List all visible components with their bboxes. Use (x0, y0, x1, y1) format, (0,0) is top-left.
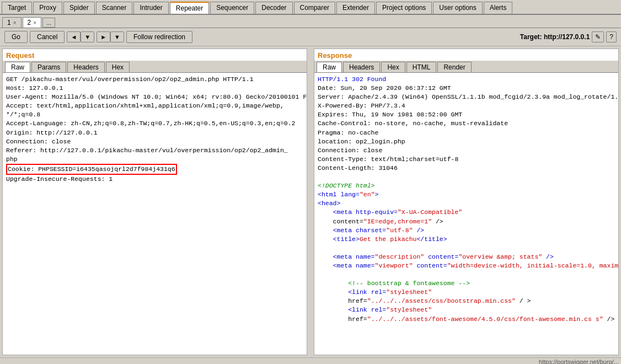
response-head-tag: <head> (318, 200, 340, 207)
response-meta4: <meta name="viewport" content="width=dev… (333, 262, 618, 269)
response-meta1: <meta http-equiv="X-UA-Compatible" (333, 208, 463, 216)
request-content-after: Upgrade-Insecure-Requests: 1 (6, 175, 113, 183)
sub-tab-2-label: 2 (28, 19, 31, 26)
request-title: Request (3, 49, 307, 61)
tab-repeater[interactable]: Repeater (170, 2, 209, 14)
main-content: Request Raw Params Headers Hex GET /pika… (0, 46, 621, 357)
sub-tab-1[interactable]: 1 × (2, 17, 22, 28)
response-text[interactable]: HTTP/1.1 302 Found Date: Sun, 20 Sep 202… (314, 73, 618, 355)
response-headers: Date: Sun, 20 Sep 2020 06:37:12 GMT Serv… (318, 84, 618, 172)
request-body[interactable]: GET /pikachu-master/vul/overpermission/o… (3, 73, 307, 355)
tab-project-options[interactable]: Project options (376, 2, 432, 14)
request-panel: Request Raw Params Headers Hex GET /pika… (2, 49, 307, 355)
response-html-tag: <html lang="en"> (318, 191, 378, 198)
sub-tab-1-label: 1 (7, 19, 11, 26)
tab-comparer[interactable]: Comparer (294, 2, 335, 14)
top-tab-bar: Target Proxy Spider Scanner Intruder Rep… (0, 0, 621, 15)
tab-proxy[interactable]: Proxy (33, 2, 62, 14)
back-button[interactable]: ◄ (67, 31, 81, 42)
response-tab-raw[interactable]: Raw (317, 62, 342, 72)
go-button[interactable]: Go (4, 31, 28, 43)
request-tab-raw[interactable]: Raw (5, 62, 30, 72)
request-content: GET /pikachu-master/vul/overpermission/o… (6, 76, 307, 163)
request-tab-params[interactable]: Params (31, 62, 66, 72)
response-panel: Response Raw Headers Hex HTML Render HTT… (314, 49, 619, 355)
follow-redirection-button[interactable]: Follow redirection (126, 31, 192, 43)
response-meta3: <meta name="description" content="overvi… (333, 253, 554, 260)
response-meta1-content: content="IE=edge,chrome=1" /> (333, 218, 443, 225)
tab-alerts[interactable]: Alerts (484, 2, 513, 14)
tab-user-options[interactable]: User options (433, 2, 482, 14)
back-nav: ◄ ▼ (67, 31, 94, 42)
help-button[interactable]: ? (606, 31, 617, 42)
tab-spider[interactable]: Spider (63, 2, 95, 14)
tab-decoder[interactable]: Decoder (255, 2, 292, 14)
response-meta2: <meta charset="utf-8" /> (333, 227, 425, 234)
edit-target-button[interactable]: ✎ (592, 31, 604, 42)
request-tabs: Raw Params Headers Hex (3, 61, 307, 73)
response-status: HTTP/1.1 302 Found (318, 76, 386, 83)
cookie-line: Cookie: PHPSESSID=i6435qasojqrl2d7f984j4… (6, 164, 177, 175)
response-link2-href: href="../../../assets/font-awesome/4.5.0… (348, 315, 614, 323)
request-tab-headers[interactable]: Headers (67, 62, 104, 72)
response-tab-hex[interactable]: Hex (381, 62, 405, 72)
sub-tab-more[interactable]: ... (42, 18, 55, 28)
response-link2: <link rel="stylesheet" (348, 306, 432, 313)
forward-nav: ► ▼ (97, 31, 124, 42)
sub-tab-2[interactable]: 2 × (23, 17, 42, 28)
tab-extender[interactable]: Extender (336, 2, 375, 14)
response-tab-render[interactable]: Render (437, 62, 471, 72)
sub-tab-2-close[interactable]: × (33, 20, 36, 26)
request-tab-hex[interactable]: Hex (106, 62, 130, 72)
bottom-bar: https://portswigger.net/burp/... (0, 357, 621, 364)
response-title: Response (314, 49, 618, 61)
response-doctype: <!DOCTYPE html> (318, 182, 375, 189)
target-label: Target: http://127.0.0.1 (520, 33, 590, 41)
response-comment1: <!-- bootstrap & fontawesome --> (348, 280, 470, 287)
response-tab-html[interactable]: HTML (406, 62, 437, 72)
forward-dropdown[interactable]: ▼ (110, 31, 124, 42)
panel-divider[interactable] (309, 46, 312, 357)
cancel-button[interactable]: Cancel (30, 31, 65, 43)
tab-target[interactable]: Target (2, 2, 32, 14)
tab-sequencer[interactable]: Sequencer (210, 2, 254, 14)
response-tab-headers[interactable]: Headers (343, 62, 380, 72)
forward-button[interactable]: ► (97, 31, 110, 42)
response-link1-href: href="../../../assets/css/bootstrap.min.… (348, 297, 531, 304)
tab-intruder[interactable]: Intruder (133, 2, 168, 14)
toolbar: Go Cancel ◄ ▼ ► ▼ Follow redirection Tar… (0, 28, 621, 46)
response-title-tag: <title>Get the pikachu</title> (333, 235, 447, 243)
back-dropdown[interactable]: ▼ (81, 31, 94, 42)
response-body[interactable]: HTTP/1.1 302 Found Date: Sun, 20 Sep 202… (314, 73, 618, 355)
tab-scanner[interactable]: Scanner (96, 2, 133, 14)
request-text[interactable]: GET /pikachu-master/vul/overpermission/o… (3, 73, 307, 355)
response-tabs: Raw Headers Hex HTML Render (314, 61, 618, 73)
response-link1: <link rel="stylesheet" (348, 288, 432, 296)
bottom-bar-text: https://portswigger.net/burp/... (539, 358, 619, 364)
sub-tab-1-close[interactable]: × (13, 20, 17, 26)
sub-tab-bar: 1 × 2 × ... (0, 15, 621, 28)
